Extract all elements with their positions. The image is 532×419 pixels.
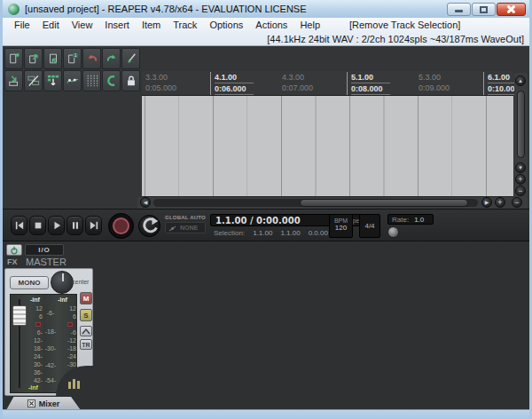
io-routing-button[interactable]: I/O [25, 244, 64, 256]
pan-knob[interactable] [51, 271, 74, 294]
menu-item[interactable]: Item [136, 20, 167, 30]
selection-start: 1.1.00 [253, 229, 272, 237]
vertical-scroll-thumb[interactable] [517, 91, 525, 158]
output-routing-icon[interactable] [68, 379, 80, 389]
ungroup-items-button[interactable] [24, 70, 43, 91]
menu-edit[interactable]: Edit [36, 20, 66, 30]
mixer-tab-label: Mixer [39, 399, 60, 408]
minimize-icon [455, 10, 463, 12]
mixer-dock: I/O FX MASTER MONO center -inf -inf 12 6… [3, 241, 529, 409]
timeline-ruler[interactable]: 3.3.000:05.000 4.1.000:06.000 4.3.000:07… [142, 71, 513, 96]
scroll-up-button[interactable]: ▲ [515, 75, 526, 86]
loop-points-button[interactable] [102, 70, 121, 91]
go-to-end-button[interactable] [85, 216, 102, 235]
repeat-icon [139, 216, 160, 236]
menu-file[interactable]: File [8, 20, 36, 30]
rate-knob[interactable] [387, 226, 399, 238]
repeat-button[interactable] [138, 215, 160, 237]
close-box-icon[interactable] [27, 399, 35, 407]
ruler-tick: 5.3.000:09.000 [415, 72, 482, 95]
master-strip-header: I/O FX MASTER [4, 243, 93, 268]
ruler-tick: 5.1.000:08.000 [347, 72, 414, 95]
play-button[interactable] [48, 216, 65, 235]
go-to-start-button[interactable] [11, 216, 27, 235]
global-auto-value: NONE [180, 225, 198, 231]
maximize-button[interactable] [472, 3, 496, 16]
mute-button[interactable]: M [80, 292, 92, 304]
audio-status-bar: [44.1kHz 24bit WAV : 2/2ch 1024spls ~43/… [3, 32, 529, 46]
scroll-down-button[interactable]: ▼ [515, 162, 526, 173]
reaper-logo-icon [8, 4, 20, 15]
horizontal-zoom-out-button[interactable]: − [512, 197, 522, 208]
titlebar: [unsaved project] - REAPER v4.78/x64 - E… [3, 0, 529, 18]
stop-button[interactable] [29, 216, 46, 235]
project-settings-button[interactable]: 1 [63, 48, 82, 69]
fader-db-right: -inf [58, 296, 67, 303]
time-signature-control[interactable]: 4/4 [359, 214, 380, 238]
scroll-left-button[interactable]: ◀ [140, 197, 151, 208]
plus-icon: + [518, 175, 522, 184]
lock-button[interactable] [121, 70, 140, 91]
save-project-icon [47, 52, 59, 65]
pencil-draw-icon [125, 52, 137, 65]
window-bottom-border [3, 409, 529, 419]
clip-indicator-left[interactable] [35, 322, 41, 327]
vertical-scrollbar[interactable]: ▲ ▼ + − [514, 73, 528, 197]
grid-lines-icon [86, 75, 98, 87]
vertical-zoom-in-button[interactable]: + [515, 174, 526, 185]
pan-value: center [72, 279, 89, 285]
horizontal-zoom-in-button[interactable]: + [495, 197, 505, 208]
save-project-button[interactable] [43, 48, 62, 69]
move-item-button[interactable] [4, 70, 23, 91]
rate-display[interactable]: Rate: 1.0 [387, 214, 434, 225]
pencil-draw-button[interactable] [121, 48, 140, 69]
fader-db-left: -inf [30, 296, 40, 303]
envelope-button[interactable] [80, 326, 92, 336]
scroll-right-button[interactable]: ▶ [481, 197, 492, 208]
open-project-button[interactable] [24, 48, 43, 69]
grid-lines-button[interactable] [82, 70, 101, 91]
horizontal-scrollbar[interactable]: ◀ ▶ + − [137, 197, 528, 209]
selection-end: 1.1.00 [280, 229, 300, 237]
menu-view[interactable]: View [66, 20, 99, 30]
fx-label[interactable]: FX [7, 257, 18, 266]
loop-points-icon [106, 75, 118, 87]
bpm-control[interactable]: BPM 120 [329, 214, 353, 238]
pause-button[interactable] [66, 216, 83, 235]
mono-button[interactable]: MONO [10, 276, 49, 289]
menu-insert[interactable]: Insert [98, 20, 136, 30]
selection-label: Selection: [214, 229, 245, 237]
minimize-button[interactable] [447, 3, 471, 16]
envelope-points-button[interactable] [63, 70, 82, 91]
undo-button[interactable] [82, 48, 101, 69]
mixer-dock-tab[interactable]: Mixer [6, 397, 81, 409]
fx-enable-button[interactable] [6, 244, 22, 256]
global-auto-button[interactable]: NONE [165, 222, 206, 233]
global-automation: GLOBAL AUTO NONE [165, 215, 206, 233]
record-button[interactable] [108, 213, 134, 239]
new-project-button[interactable] [4, 48, 23, 69]
vertical-zoom-out-button[interactable]: − [515, 186, 526, 196]
solo-button[interactable]: S [80, 309, 92, 321]
close-button[interactable] [497, 3, 526, 16]
plus-icon: + [497, 198, 502, 207]
mouse-snap-button[interactable] [43, 70, 62, 91]
main-area: 1 [3, 46, 529, 409]
menu-actions[interactable]: Actions [249, 20, 293, 30]
arrange-view[interactable] [142, 96, 513, 197]
master-track-name: MASTER [26, 257, 66, 267]
undo-icon [86, 52, 98, 65]
horizontal-scroll-track[interactable] [153, 199, 478, 207]
menu-help[interactable]: Help [293, 20, 326, 30]
redo-button[interactable] [102, 48, 121, 69]
clip-indicator-right[interactable] [67, 322, 73, 327]
track-routing-button[interactable]: TR [80, 339, 92, 350]
menu-options[interactable]: Options [203, 20, 249, 30]
bpm-value: 120 [330, 224, 352, 232]
volume-fader-handle[interactable] [12, 305, 27, 326]
selection-length: 0.0.00 [309, 229, 328, 237]
redo-icon [106, 52, 118, 65]
rate-label: Rate: [392, 216, 409, 224]
menu-track[interactable]: Track [167, 20, 203, 30]
horizontal-scroll-thumb[interactable] [300, 199, 468, 207]
